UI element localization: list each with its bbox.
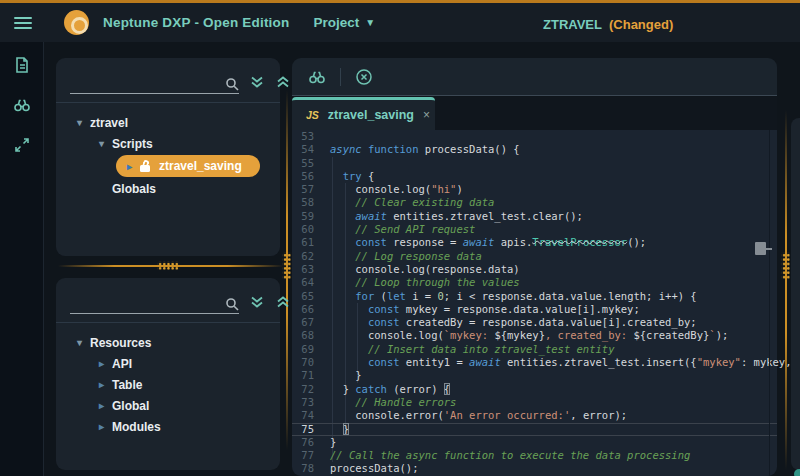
code-line[interactable]: 58 // Clear existing data <box>292 196 777 209</box>
line-number: 54 <box>292 143 322 156</box>
vertical-splitter-right[interactable] <box>785 110 787 470</box>
tree-item-ztravel[interactable]: ▾ztravel <box>56 112 272 133</box>
code-line[interactable]: 67 const createdBy = response.data.value… <box>292 316 777 329</box>
line-number: 72 <box>292 383 322 396</box>
tree-item-resources[interactable]: ▾Resources <box>56 332 272 353</box>
collapse-all-down-icon[interactable] <box>249 294 265 310</box>
resources-tree: ▾Resources▸API▸Table▸Global▸Modules <box>56 323 280 437</box>
code-line[interactable]: 77// Call the async function to execute … <box>292 449 777 462</box>
explorer-search-input[interactable] <box>70 77 225 91</box>
right-collapsed-panel[interactable] <box>791 118 800 470</box>
tree-item-globals[interactable]: Globals <box>56 178 272 199</box>
caret-down-icon[interactable]: ▾ <box>72 117 87 128</box>
code-line[interactable]: 69 // Insert data into ztravel_test enti… <box>292 343 777 356</box>
tree-item-label: ztravel <box>87 116 128 130</box>
tree-item-ztravel-saving[interactable]: ▸ztravel_saving <box>56 155 260 177</box>
code-line[interactable]: 76} <box>292 436 777 449</box>
code-line[interactable]: 74 console.error('An error occurred:', e… <box>292 409 777 422</box>
tree-item-label: Modules <box>109 420 161 434</box>
line-number: 73 <box>292 396 322 409</box>
project-menu[interactable]: Project ▼ <box>313 15 375 30</box>
collapse-all-up-icon[interactable] <box>275 294 291 310</box>
tab-label: ztravel_saving <box>328 108 414 122</box>
binoculars-icon[interactable] <box>13 96 31 114</box>
expand-icon[interactable] <box>13 136 31 154</box>
code-line[interactable]: 65 for (let i = 0; i < response.data.val… <box>292 290 777 303</box>
line-number: 70 <box>292 356 322 369</box>
scrollbar-thumb[interactable] <box>755 242 766 255</box>
code-line[interactable]: 59 await entities.ztravel_test.clear(); <box>292 210 777 223</box>
caret-right-icon[interactable]: ▸ <box>94 400 109 411</box>
tree-item-table[interactable]: ▸Table <box>56 374 272 395</box>
code-text: console.log(response.data) <box>322 263 520 276</box>
scrollbar-track <box>769 130 770 476</box>
caret-right-icon[interactable]: ▸ <box>94 358 109 369</box>
code-line[interactable]: 54async function processData() { <box>292 143 777 156</box>
collapse-all-up-icon[interactable] <box>275 74 291 90</box>
code-line[interactable]: 60 // Send API request <box>292 223 777 236</box>
code-line[interactable]: 66 const mykey = response.data.value[i].… <box>292 303 777 316</box>
code-line[interactable]: 63 console.log(response.data) <box>292 263 777 276</box>
resources-search[interactable] <box>70 290 239 314</box>
caret-down-icon[interactable]: ▾ <box>72 337 87 348</box>
file-icon[interactable] <box>13 56 31 74</box>
selected-item-pill[interactable]: ▸ztravel_saving <box>116 155 260 177</box>
code-line[interactable]: 62 // Log response data <box>292 250 777 263</box>
tab-ztravel-saving[interactable]: JS ztravel_saving × <box>292 97 435 130</box>
code-text: async function processData() { <box>322 143 520 156</box>
code-line[interactable]: 68 console.log(`mykey: ${mykey}, created… <box>292 329 777 342</box>
code-line[interactable]: 57 console.log("hi") <box>292 183 777 196</box>
collapse-all-down-icon[interactable] <box>249 74 265 90</box>
code-line[interactable]: 73 // Handle errors <box>292 396 777 409</box>
code-line[interactable]: 55 <box>292 157 777 170</box>
code-line[interactable]: 56 try { <box>292 170 777 183</box>
explorer-search[interactable] <box>70 70 239 94</box>
code-line[interactable]: 72 } catch (error) { <box>292 383 777 396</box>
line-number: 62 <box>292 250 322 263</box>
close-circle-icon[interactable] <box>355 68 373 86</box>
menu-icon[interactable] <box>14 17 32 29</box>
code-text: // Call the async function to execute th… <box>322 449 690 462</box>
line-number: 65 <box>292 290 322 303</box>
tree-item-api[interactable]: ▸API <box>56 353 272 374</box>
line-number: 57 <box>292 183 322 196</box>
code-area: 5354async function processData() {5556 t… <box>292 130 777 476</box>
document-title: ZTRAVEL (Changed) <box>543 3 673 45</box>
code-text: // Send API request <box>322 223 475 236</box>
code-line[interactable]: 78processData(); <box>292 462 777 475</box>
explorer-toolbar <box>56 58 280 103</box>
code-line[interactable]: 75 } <box>292 423 777 436</box>
caret-down-icon[interactable]: ▾ <box>94 138 109 149</box>
tree-item-global[interactable]: ▸Global <box>56 395 272 416</box>
changed-badge: (Changed) <box>609 17 673 32</box>
code-line[interactable]: 61 const response = await apis.TravelPro… <box>292 236 777 249</box>
code-line[interactable]: 64 // Loop through the values <box>292 276 777 289</box>
caret-right-icon[interactable]: ▸ <box>94 379 109 390</box>
caret-right-icon[interactable]: ▸ <box>122 161 137 172</box>
binoculars-icon[interactable] <box>308 68 326 86</box>
line-number: 66 <box>292 303 322 316</box>
resources-search-input[interactable] <box>70 297 225 311</box>
code-text: // Clear existing data <box>322 196 494 209</box>
code-line[interactable]: 70 const entity1 = await entities.ztrave… <box>292 356 777 369</box>
tree-item-scripts[interactable]: ▾Scripts <box>56 133 272 154</box>
horizontal-splitter-grip[interactable] <box>157 261 179 270</box>
toolbar-divider <box>340 68 341 86</box>
tab-close-icon[interactable]: × <box>423 108 430 122</box>
line-number: 77 <box>292 449 322 462</box>
explorer-panel: ▾ztravel▾Scripts▸ztravel_savingGlobals <box>56 58 280 256</box>
app-title: Neptune DXP - Open Edition <box>103 15 289 30</box>
resources-toolbar <box>56 278 280 323</box>
line-number: 63 <box>292 263 322 276</box>
code-text: console.log("hi") <box>322 183 463 196</box>
icon-rail <box>0 42 44 476</box>
code-text: const response = await apis.TravelProces… <box>322 236 646 249</box>
caret-right-icon[interactable]: ▸ <box>94 421 109 432</box>
code-line[interactable]: 71 } <box>292 369 777 382</box>
corner-accent <box>794 469 800 476</box>
editor-body[interactable]: 5354async function processData() {5556 t… <box>292 130 777 476</box>
code-text: // Insert data into ztravel_test entity <box>322 343 614 356</box>
code-line[interactable]: 53 <box>292 130 777 143</box>
tree-item-modules[interactable]: ▸Modules <box>56 416 272 437</box>
line-number: 76 <box>292 436 322 449</box>
